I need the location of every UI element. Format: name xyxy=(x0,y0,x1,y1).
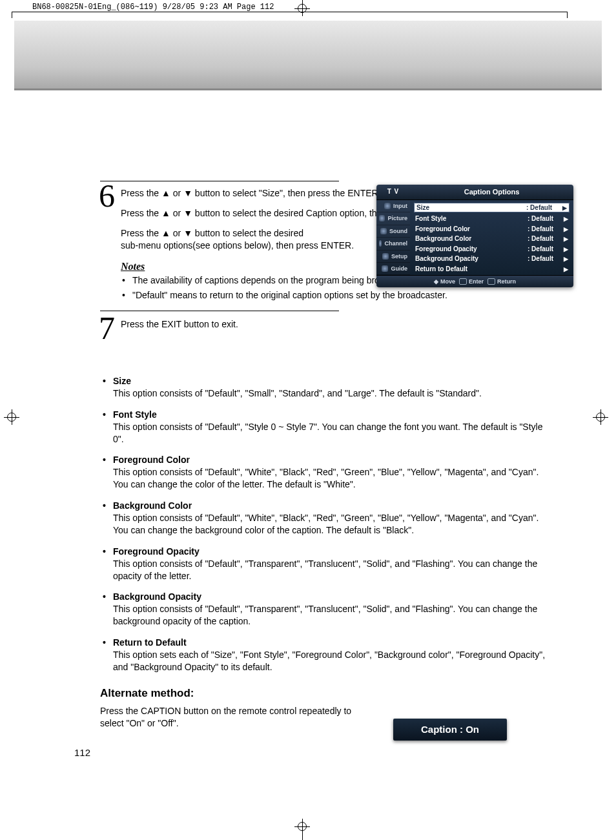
input-icon xyxy=(384,203,391,209)
option-title: Foreground Opacity xyxy=(113,546,552,558)
option-desc: This option consists of "Default", "Smal… xyxy=(113,387,552,400)
chevron-right-icon: ▶ xyxy=(564,235,568,243)
osd-row-fgcolor[interactable]: Foreground Color: Default▶ xyxy=(414,224,570,234)
return-icon xyxy=(488,278,495,285)
down-icon: ▼ xyxy=(183,208,192,218)
option-desc: This option consists of "Default", "Whit… xyxy=(113,466,552,491)
page-header-bar xyxy=(14,21,602,90)
option-item: SizeThis option consists of "Default", "… xyxy=(100,375,552,400)
option-item: Background ColorThis option consists of … xyxy=(100,500,552,537)
option-desc: This option consists of "Default", "Whit… xyxy=(113,512,552,537)
alternate-text: Press the CAPTION button on the remote c… xyxy=(100,705,358,730)
channel-icon xyxy=(379,240,382,247)
osd-sidebar: Input Picture Sound Channel Setup Guide xyxy=(376,200,410,276)
osd-side-setup[interactable]: Setup xyxy=(376,251,410,263)
osd-title: Caption Options xyxy=(410,185,573,200)
caption-indicator: Caption : On xyxy=(393,719,507,741)
sound-icon xyxy=(380,228,387,234)
option-item: Font StyleThis option consists of "Defau… xyxy=(100,409,552,446)
osd-header: T V Caption Options xyxy=(376,185,573,200)
divider xyxy=(100,311,339,311)
osd-row-fgopacity[interactable]: Foreground Opacity: Default▶ xyxy=(414,244,570,254)
osd-side-guide[interactable]: Guide xyxy=(376,263,410,275)
option-title: Return to Default xyxy=(113,637,552,649)
options-list: SizeThis option consists of "Default", "… xyxy=(100,375,552,673)
crop-mark xyxy=(302,832,303,840)
registration-mark xyxy=(296,820,309,833)
option-title: Size xyxy=(113,375,552,387)
down-icon: ▼ xyxy=(183,228,192,238)
option-item: Foreground OpacityThis option consists o… xyxy=(100,546,552,582)
step-7: 7 Press the EXIT button to exit. xyxy=(100,312,578,343)
osd-enter-hint: Enter xyxy=(459,278,484,285)
chevron-right-icon: ▶ xyxy=(564,265,568,273)
down-icon: ▼ xyxy=(183,188,192,198)
osd-main: Size: Default▶ Font Style: Default▶ Fore… xyxy=(410,200,573,276)
option-desc: This option sets each of "Size", "Font S… xyxy=(113,649,552,673)
osd-footer: ◆Move Enter Return xyxy=(376,275,573,287)
chevron-right-icon: ▶ xyxy=(564,215,568,223)
alternate-heading: Alternate method: xyxy=(100,686,552,701)
registration-mark xyxy=(5,411,18,424)
option-item: Foreground ColorThis option consists of … xyxy=(100,454,552,491)
step-number-7: 7 xyxy=(99,314,121,343)
chevron-right-icon: ▶ xyxy=(562,204,567,212)
chevron-right-icon: ▶ xyxy=(564,225,568,233)
osd-row-bgopacity[interactable]: Background Opacity: Default▶ xyxy=(414,254,570,264)
osd-side-picture[interactable]: Picture xyxy=(376,212,410,225)
chevron-right-icon: ▶ xyxy=(564,245,568,253)
osd-side-sound[interactable]: Sound xyxy=(376,225,410,238)
registration-mark xyxy=(296,2,309,15)
option-title: Background Opacity xyxy=(113,591,552,603)
updown-icon: ◆ xyxy=(434,278,438,285)
options-section: SizeThis option consists of "Default", "… xyxy=(100,375,552,730)
osd-row-fontstyle[interactable]: Font Style: Default▶ xyxy=(414,214,570,224)
step-number-6: 6 xyxy=(99,183,121,209)
osd-tv-label: T V xyxy=(376,185,410,200)
registration-mark xyxy=(594,411,607,424)
osd-side-channel[interactable]: Channel xyxy=(376,238,410,250)
osd-row-bgcolor[interactable]: Background Color: Default▶ xyxy=(414,234,570,244)
guide-icon xyxy=(382,265,388,272)
print-header: BN68-00825N-01Eng_(086~119) 9/28/05 9:23… xyxy=(32,2,274,12)
osd-menu: T V Caption Options Input Picture Sound … xyxy=(376,185,573,287)
option-item: Return to DefaultThis option sets each o… xyxy=(100,637,552,673)
step-7-text: Press the EXIT button to exit. xyxy=(121,318,578,331)
option-item: Background OpacityThis option consists o… xyxy=(100,591,552,628)
option-desc: This option consists of "Default", "Tran… xyxy=(113,558,552,582)
osd-row-return[interactable]: Return to Default▶ xyxy=(414,264,570,274)
step-7-body: Press the EXIT button to exit. xyxy=(121,315,578,338)
up-icon: ▲ xyxy=(161,208,170,218)
crop-mark xyxy=(567,12,568,18)
crop-line xyxy=(12,12,567,12)
chevron-right-icon: ▶ xyxy=(564,255,568,263)
option-title: Font Style xyxy=(113,409,552,421)
osd-move-hint: ◆Move xyxy=(434,278,455,285)
page-number: 112 xyxy=(74,746,90,759)
osd-side-input[interactable]: Input xyxy=(376,200,410,212)
picture-icon xyxy=(379,215,385,221)
up-icon: ▲ xyxy=(161,188,170,198)
up-icon: ▲ xyxy=(161,228,170,238)
option-desc: This option consists of "Default", "Styl… xyxy=(113,421,552,446)
option-title: Background Color xyxy=(113,500,552,512)
enter-icon xyxy=(459,278,467,285)
note-item: "Default" means to return to the origina… xyxy=(121,289,578,302)
option-desc: This option consists of "Default", "Tran… xyxy=(113,603,552,628)
option-title: Foreground Color xyxy=(113,454,552,466)
osd-return-hint: Return xyxy=(488,278,516,285)
osd-row-size[interactable]: Size: Default▶ xyxy=(414,203,570,213)
crop-mark xyxy=(12,12,12,18)
setup-icon xyxy=(382,253,389,260)
